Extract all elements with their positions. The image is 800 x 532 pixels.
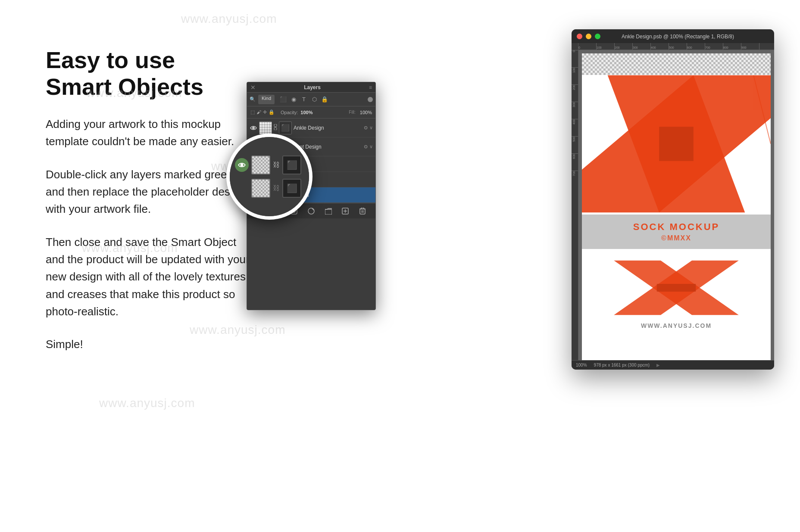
layers-menu-icon[interactable]: ≡ bbox=[369, 84, 372, 90]
layers-kind-label[interactable]: Kind bbox=[258, 95, 275, 104]
left-content: Easy to use Smart Objects Adding your ar… bbox=[46, 47, 253, 353]
layer-smart-badge-ankle: ⊙ bbox=[364, 125, 368, 131]
ps-ruler-corner bbox=[572, 43, 578, 50]
filter-adjust-icon[interactable]: ◉ bbox=[289, 95, 298, 104]
mag-layer-row-1: ⛓ ⬛ bbox=[233, 154, 306, 176]
new-group-btn[interactable] bbox=[323, 206, 334, 216]
ruler-500: 500 bbox=[669, 43, 687, 50]
vruler-400: 400 bbox=[572, 119, 578, 136]
paragraph-4-block: Simple! bbox=[46, 336, 253, 353]
magnify-content: ⛓ ⬛ ⛓ ⬛ bbox=[230, 151, 309, 202]
vruler-300: 300 bbox=[572, 102, 578, 119]
ruler-300: 300 bbox=[633, 43, 651, 50]
ps-status-arrow: ▶ bbox=[656, 363, 660, 367]
eye-icon-ankle bbox=[250, 124, 257, 131]
lock-icons-group: ⬚ 🖌 ✛ 🔒 bbox=[250, 109, 275, 115]
sock-mockup-year: ©MMXX bbox=[661, 234, 691, 242]
photoshop-window: Ankle Design.psb @ 100% (Rectangle 1, RG… bbox=[572, 29, 774, 370]
layers-opacity-bar: ⬚ 🖌 ✛ 🔒 Opacity: 100% Fill: 100% bbox=[247, 106, 375, 118]
ps-ruler-vertical: 0 100 200 300 400 500 600 700 bbox=[572, 50, 578, 360]
svg-rect-10 bbox=[274, 128, 277, 130]
ruler-600: 600 bbox=[687, 43, 705, 50]
heading-line1: Easy to use bbox=[46, 47, 175, 73]
mag-eye-icon-1 bbox=[235, 158, 249, 172]
ruler-800: 800 bbox=[723, 43, 741, 50]
trash-icon bbox=[359, 208, 366, 215]
watermark-top: www.anyusj.com bbox=[181, 12, 277, 26]
ps-white-canvas: SOCK MOCKUP ©MMXX WWW.ANYUSJ.COM bbox=[582, 53, 771, 360]
ps-ruler-top: 0 100 200 300 400 500 600 700 800 900 bbox=[572, 43, 774, 50]
fill-label: Fill: bbox=[349, 110, 356, 115]
watermark-bottom: www.anyusj.com bbox=[99, 396, 195, 410]
filter-toggle-dot[interactable] bbox=[368, 97, 373, 102]
mag-thumb-1 bbox=[251, 156, 270, 174]
sock-bottom-svg bbox=[591, 258, 762, 318]
layer-expand-foot[interactable]: ∨ bbox=[369, 144, 373, 149]
lock-paint-icon[interactable]: 🖌 bbox=[256, 109, 261, 115]
lock-all-icon[interactable]: 🔒 bbox=[269, 109, 275, 115]
ruler-100: 100 bbox=[597, 43, 615, 50]
sock-mockup-label: SOCK MOCKUP bbox=[633, 221, 719, 233]
opacity-value[interactable]: 100% bbox=[300, 110, 312, 115]
heading-line2: Smart Objects bbox=[46, 74, 203, 100]
layer-chain-ankle bbox=[274, 124, 277, 132]
filter-icons-group: ⬛ ◉ T ⬡ 🔒 bbox=[279, 95, 329, 104]
magnify-circle: ⛓ ⬛ ⛓ ⬛ bbox=[226, 134, 312, 220]
mag-eye-svg-1 bbox=[238, 161, 246, 169]
ps-close-dot[interactable] bbox=[577, 34, 582, 39]
ps-body: 0 100 200 300 400 500 600 700 bbox=[572, 50, 774, 360]
svg-point-8 bbox=[252, 127, 255, 129]
paragraph-1: Adding your artwork to this mockup templ… bbox=[46, 115, 253, 150]
filter-pixel-icon[interactable]: ⬛ bbox=[279, 95, 288, 104]
ps-size: 978 px x 1661 px (300 ppcm) bbox=[594, 363, 650, 367]
magnify-inner: ⛓ ⬛ ⛓ ⬛ bbox=[230, 137, 309, 216]
layer-eye-ankle[interactable] bbox=[250, 124, 257, 132]
vruler-0: 0 bbox=[572, 50, 578, 67]
vruler-500: 500 bbox=[572, 136, 578, 153]
svg-point-38 bbox=[241, 164, 244, 167]
layer-thumb-ankle bbox=[259, 121, 272, 134]
svg-rect-34 bbox=[361, 208, 364, 209]
filter-smart-icon[interactable]: 🔒 bbox=[320, 95, 329, 104]
ps-titlebar: Ankle Design.psb @ 100% (Rectangle 1, RG… bbox=[572, 29, 774, 43]
ruler-900: 900 bbox=[741, 43, 759, 50]
svg-rect-28 bbox=[325, 209, 332, 215]
layers-titlebar: ✕ Layers ≡ bbox=[247, 82, 375, 93]
ps-canvas-bottom: WWW.ANYUSJ.COM bbox=[582, 249, 771, 338]
ruler-0: 0 bbox=[578, 43, 597, 50]
ps-status-bar: 100% 978 px x 1661 px (300 ppcm) ▶ bbox=[572, 360, 774, 370]
mag-thumb-3 bbox=[251, 179, 270, 198]
ruler-200: 200 bbox=[615, 43, 633, 50]
layers-filter-bar: 🔍 Kind ⬛ ◉ T ⬡ 🔒 bbox=[247, 93, 375, 106]
filter-type-icon[interactable]: T bbox=[300, 95, 308, 104]
mag-chain-2: ⛓ bbox=[273, 184, 280, 192]
ruler-400: 400 bbox=[651, 43, 669, 50]
paragraph-1-block: Adding your artwork to this mockup templ… bbox=[46, 115, 253, 150]
mag-layer-row-2: ⛓ ⬛ bbox=[233, 177, 306, 199]
mag-eye-empty-2 bbox=[235, 181, 249, 195]
ps-website-label: WWW.ANYUSJ.COM bbox=[641, 322, 712, 329]
mag-thumb2-1: ⬛ bbox=[282, 156, 301, 174]
svg-marker-3 bbox=[659, 127, 694, 161]
vruler-200: 200 bbox=[572, 84, 578, 102]
layer-thumb2-ankle: ⬛ bbox=[279, 121, 292, 134]
vruler-700: 700 bbox=[572, 171, 578, 188]
sock-artwork-svg bbox=[582, 75, 771, 213]
vruler-100: 100 bbox=[572, 67, 578, 84]
ps-canvas-bg: SOCK MOCKUP ©MMXX WWW.ANYUSJ.COM bbox=[578, 50, 774, 360]
new-layer-btn[interactable] bbox=[340, 206, 350, 216]
ps-grey-band: SOCK MOCKUP ©MMXX bbox=[582, 215, 771, 249]
lock-position-icon[interactable]: ✛ bbox=[263, 109, 267, 115]
lock-transparent-icon[interactable]: ⬚ bbox=[250, 109, 255, 115]
paragraph-3: Then close and save the Smart Object and… bbox=[46, 233, 253, 320]
chain-icon bbox=[274, 124, 277, 130]
vruler-600: 600 bbox=[572, 153, 578, 171]
opacity-label: Opacity: bbox=[281, 110, 298, 115]
layers-close-btn[interactable]: ✕ bbox=[250, 84, 256, 91]
new-layer-icon bbox=[342, 208, 349, 215]
delete-layer-btn[interactable] bbox=[357, 206, 368, 216]
filter-shape-icon[interactable]: ⬡ bbox=[310, 95, 319, 104]
svg-rect-9 bbox=[274, 124, 277, 127]
fill-value[interactable]: 100% bbox=[360, 110, 372, 115]
layer-expand-ankle[interactable]: ∨ bbox=[369, 125, 373, 131]
